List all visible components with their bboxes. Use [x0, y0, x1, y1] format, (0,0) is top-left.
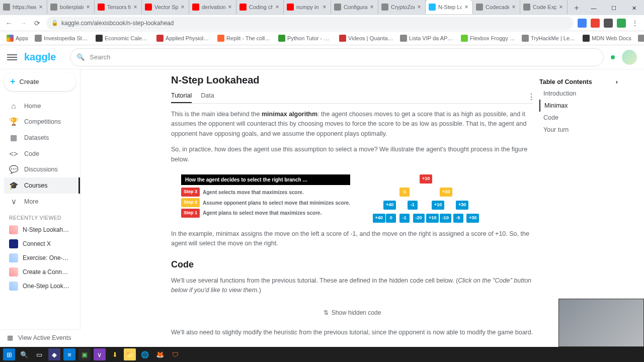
bookmark-item[interactable]: NPTEL :: Courses [635, 34, 644, 43]
vscode-icon[interactable]: ≡ [63, 348, 75, 360]
address-bar: ← → ⟳ 🔒 kaggle.com/alexisbcook/n-step-lo… [0, 15, 644, 31]
browser-tab[interactable]: boilerplate-roc…× [47, 0, 95, 14]
bookmark-item[interactable]: Investopedia Stoc… [32, 34, 92, 43]
app-icon[interactable]: ∨ [94, 348, 106, 360]
ext-icon[interactable] [617, 19, 626, 28]
explorer-icon[interactable]: 📁 [124, 348, 136, 360]
bookmark-item[interactable]: Applied Physiolog… [154, 34, 213, 43]
bookmark-item[interactable]: Flexbox Froggy - A… [458, 34, 518, 43]
hamburger-icon[interactable] [7, 52, 17, 62]
close-tab-icon[interactable]: × [321, 4, 328, 10]
close-tab-icon[interactable]: × [38, 4, 44, 10]
browser-tab[interactable]: Configuration …× [331, 0, 378, 14]
tree-node: -1 [408, 201, 418, 210]
sidebar-item-more[interactable]: ∨More [4, 194, 76, 210]
browser-tab[interactable]: Code Explanati…× [520, 0, 568, 14]
brave-icon[interactable]: 🛡 [169, 348, 181, 360]
toc-item[interactable]: Minimax [539, 100, 618, 112]
tree-node: +30 [456, 201, 468, 210]
task-view-icon[interactable]: ▭ [33, 348, 45, 360]
start-button[interactable]: ⊞ [3, 348, 15, 360]
create-button[interactable]: + Create [4, 72, 76, 91]
sidebar-item-discussions[interactable]: 💬Discussions [4, 161, 76, 177]
tree-node: -1 [399, 188, 410, 197]
bookmark-item[interactable]: Videos | Quanta Ma… [337, 34, 396, 43]
browser-tab[interactable]: Vector Space M…× [142, 0, 189, 14]
browser-tab[interactable]: derivation of m…× [189, 0, 236, 14]
close-tab-icon[interactable]: × [274, 4, 280, 10]
close-tab-icon[interactable]: × [463, 4, 469, 10]
recent-item[interactable]: Create a ConnectX ag… [4, 265, 76, 279]
more-menu-icon[interactable]: ⋮ [524, 89, 538, 105]
recent-item[interactable]: One-Step Lookahead [4, 279, 76, 293]
close-tab-icon[interactable]: × [227, 4, 233, 10]
page-tab[interactable]: Tutorial [171, 89, 192, 103]
apps-icon[interactable]: Apps [4, 34, 31, 43]
download-icon[interactable]: ⬇ [109, 348, 121, 360]
ext-icon[interactable] [591, 19, 600, 28]
browser-tab[interactable]: N-Step Lookah…× [426, 0, 473, 14]
kaggle-logo[interactable]: kaggle [24, 51, 56, 63]
browser-tab[interactable]: Codecademy× [473, 0, 520, 14]
chrome-icon[interactable]: 🌐 [139, 348, 151, 360]
browser-tab[interactable]: https://www.fre…× [0, 0, 47, 14]
close-tab-icon[interactable]: × [511, 4, 517, 10]
show-hidden-label: Show hidden code [332, 308, 381, 318]
tab-title: Tensors for Be… [107, 4, 131, 10]
sidebar-item-courses[interactable]: 🎓Courses [4, 177, 80, 194]
ext-icon[interactable] [604, 19, 613, 28]
bookmark-item[interactable]: Replit - The collab… [215, 34, 274, 43]
browser-tab[interactable]: CryptoZombie…× [378, 0, 426, 14]
sidebar-item-code[interactable]: <>Code [4, 146, 76, 161]
sidebar-item-home[interactable]: ⌂Home [4, 98, 76, 114]
paragraph: This is the main idea behind the minimax… [171, 110, 533, 139]
close-tab-icon[interactable]: × [85, 4, 91, 10]
back-button[interactable]: ← [4, 18, 14, 28]
bookmark-item[interactable]: MDN Web Docs [580, 34, 634, 43]
close-tab-icon[interactable]: × [416, 4, 422, 10]
firefox-icon[interactable]: 🦊 [154, 348, 166, 360]
browser-tab[interactable]: Coding challeng…× [236, 0, 284, 14]
minimize-button[interactable]: — [584, 1, 604, 15]
close-button[interactable]: ✕ [624, 1, 644, 15]
toc-item[interactable]: Code [539, 112, 618, 124]
toc-item[interactable]: Introduction [539, 87, 618, 100]
bookmark-item[interactable]: Economic Calendar [93, 34, 152, 43]
recent-item[interactable]: Connect X [4, 237, 76, 251]
browser-tab[interactable]: Tensors for Be…× [95, 0, 142, 14]
show-hidden-code-button[interactable]: ⇅ Show hidden code [171, 301, 533, 325]
favicon [523, 4, 530, 11]
recent-item[interactable]: N-Step Lookahead [4, 223, 76, 237]
browser-tab[interactable]: numpy in dept…× [284, 0, 331, 14]
recent-item[interactable]: Exercise: One-Step Lo… [4, 251, 76, 265]
app-icon[interactable]: ◆ [48, 348, 60, 360]
sidebar-item-competitions[interactable]: 🏆Competitions [4, 114, 76, 130]
view-active-events[interactable]: ▦ View Active Events [0, 329, 80, 345]
search-taskbar-icon[interactable]: 🔍 [18, 348, 30, 360]
page-tab[interactable]: Data [201, 89, 214, 103]
close-tab-icon[interactable]: × [180, 4, 186, 10]
bookmark-item[interactable]: Lista VIP da API de… [397, 34, 457, 43]
terminal-icon[interactable]: ▣ [78, 348, 91, 360]
toc-title[interactable]: Table of Contents› [539, 76, 618, 87]
sidebar-item-datasets[interactable]: ▦Datasets [4, 130, 76, 146]
toc-item[interactable]: Your turn [539, 124, 618, 136]
tab-title: boilerplate-roc… [60, 4, 84, 10]
tab-list: https://www.fre…×boilerplate-roc…×Tensor… [0, 0, 570, 15]
bookmark-item[interactable]: TryHackMe | Learn… [519, 34, 579, 43]
avatar[interactable] [622, 50, 637, 65]
forward-button[interactable]: → [18, 18, 28, 28]
new-tab-button[interactable]: + [570, 1, 584, 15]
close-tab-icon[interactable]: × [558, 4, 564, 10]
reload-button[interactable]: ⟳ [32, 18, 42, 28]
search-icon: 🔍 [76, 53, 85, 61]
close-tab-icon[interactable]: × [132, 4, 138, 10]
bookmark-item[interactable]: Python Tutor - Visu… [276, 34, 335, 43]
search-input[interactable]: 🔍 Search [70, 48, 604, 66]
ext-icon[interactable] [578, 19, 587, 28]
url-input[interactable]: 🔒 kaggle.com/alexisbcook/n-step-lookahea… [46, 17, 574, 30]
favicon [3, 4, 10, 11]
menu-button[interactable]: ⋮ [630, 18, 640, 28]
maximize-button[interactable]: ☐ [604, 1, 624, 15]
close-tab-icon[interactable]: × [369, 4, 375, 10]
